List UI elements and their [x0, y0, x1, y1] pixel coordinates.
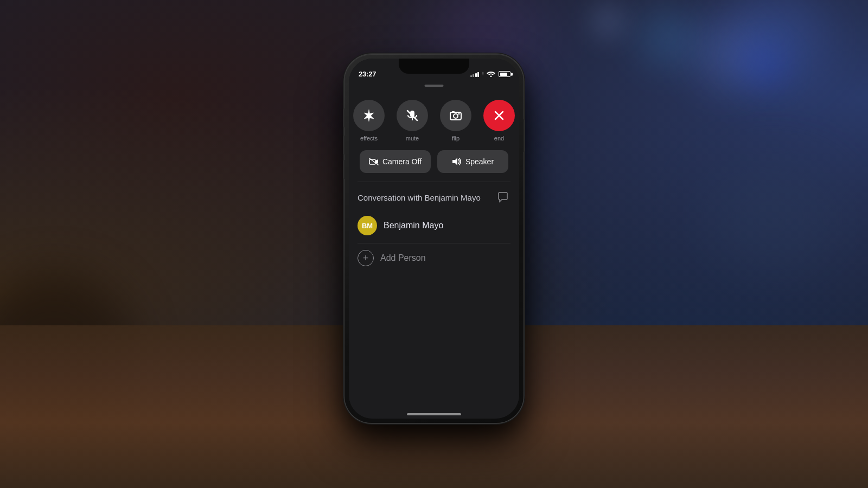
status-icons: ᵎ [470, 70, 511, 78]
call-controls-row: effects mute [349, 91, 519, 146]
signal-bar-2 [473, 74, 474, 77]
svg-rect-7 [452, 111, 455, 113]
flip-icon-circle [440, 100, 471, 131]
svg-point-0 [490, 75, 492, 77]
call-screen: effects mute [349, 59, 519, 419]
conversation-section: Conversation with Benjamin Mayo BM Benja… [349, 182, 519, 273]
mute-button[interactable]: mute [397, 100, 428, 142]
flip-label: flip [452, 135, 459, 142]
flip-button[interactable]: flip [440, 100, 471, 142]
scroll-handle [425, 85, 444, 87]
effects-icon-circle [353, 100, 385, 131]
end-icon [493, 110, 505, 121]
camera-off-label: Camera Off [382, 157, 422, 166]
message-icon[interactable] [495, 190, 510, 205]
camera-off-button[interactable]: Camera Off [360, 150, 431, 173]
home-indicator[interactable] [407, 413, 461, 415]
svg-point-5 [454, 114, 458, 118]
end-label: end [494, 135, 504, 142]
add-person-label: Add Person [380, 253, 426, 263]
contact-initials: BM [362, 222, 373, 230]
flip-icon [449, 108, 463, 123]
effects-button[interactable]: effects [353, 100, 385, 142]
wide-buttons-row: Camera Off Speaker [349, 146, 519, 182]
signal-bar-3 [475, 73, 477, 77]
end-icon-circle [483, 100, 515, 131]
mute-icon [405, 108, 419, 123]
mute-icon-circle [397, 100, 428, 131]
add-person-icon: + [358, 250, 374, 266]
speaker-button[interactable]: Speaker [437, 150, 508, 173]
speaker-icon [452, 157, 462, 166]
contact-avatar: BM [358, 216, 377, 235]
wifi-icon [487, 72, 495, 77]
conversation-header: Conversation with Benjamin Mayo [358, 190, 510, 205]
svg-point-6 [458, 113, 460, 115]
battery-icon [499, 71, 510, 77]
contact-name: Benjamin Mayo [384, 221, 443, 230]
add-person-button[interactable]: + Add Person [358, 243, 510, 273]
end-call-button[interactable]: end [483, 100, 515, 142]
chat-bubble-icon [497, 191, 509, 203]
signal-bar-4 [477, 72, 479, 77]
effects-icon [362, 108, 376, 123]
signal-icon [470, 72, 480, 77]
phone-device: 23:27 ᵎ [344, 54, 524, 423]
wifi-icon: ᵎ [482, 70, 483, 78]
status-time: 23:27 [359, 70, 376, 78]
svg-marker-12 [452, 158, 457, 165]
contact-item: BM Benjamin Mayo [358, 213, 510, 243]
phone-notch [399, 59, 469, 74]
camera-off-icon [369, 158, 379, 165]
phone-outer-shell: 23:27 ᵎ [344, 54, 524, 423]
effects-label: effects [360, 135, 378, 142]
signal-bar-1 [470, 75, 472, 77]
plus-icon: + [363, 253, 369, 263]
speaker-label: Speaker [465, 157, 494, 166]
battery-fill [500, 73, 507, 76]
mute-label: mute [406, 135, 419, 142]
conversation-title: Conversation with Benjamin Mayo [358, 193, 481, 202]
phone-screen: 23:27 ᵎ [349, 59, 519, 419]
